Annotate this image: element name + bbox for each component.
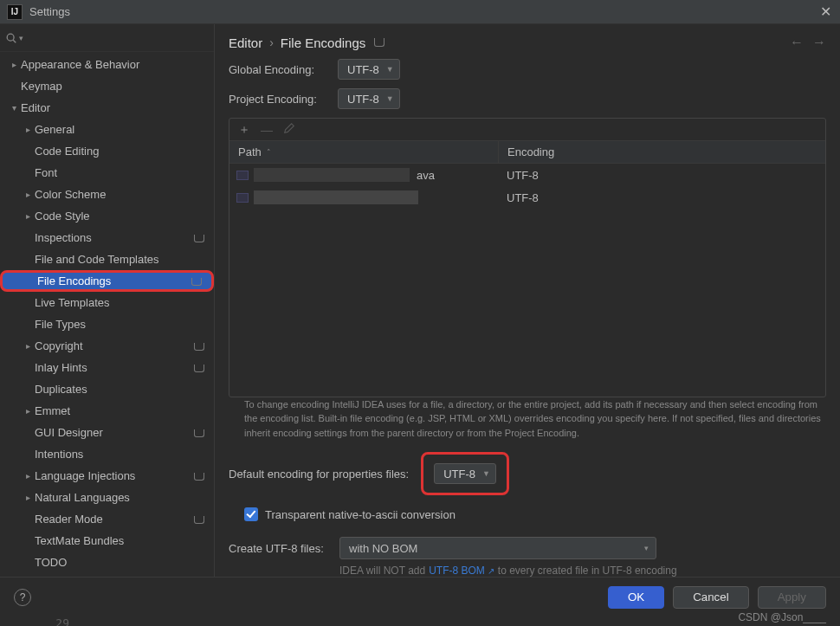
global-encoding-label: Global Encoding: — [229, 63, 338, 76]
chevron-down-icon: ▼ — [386, 94, 394, 103]
sidebar-item-natural-languages[interactable]: ▸Natural Languages — [0, 487, 214, 508]
help-icon[interactable]: ? — [14, 589, 31, 606]
sidebar-item-label: Code Editing — [35, 145, 205, 158]
sidebar-item-label: TODO — [35, 556, 205, 569]
encoding-hint-text: To change encoding IntelliJ IDEA uses fo… — [229, 397, 826, 441]
sidebar-item-label: Intentions — [35, 448, 205, 461]
svg-line-1 — [13, 40, 16, 42]
watermark-text: CSDN @Json____ — [738, 611, 826, 623]
sidebar-item-label: Inspections — [35, 231, 193, 244]
sidebar-item-intentions[interactable]: ▸Intentions — [0, 443, 214, 465]
chevron-down-icon: ▼ — [386, 65, 394, 74]
sidebar-item-label: TextMate Bundles — [35, 534, 205, 547]
table-row[interactable]: UTF-8 — [229, 186, 825, 209]
global-encoding-combo[interactable]: UTF-8 ▼ — [338, 59, 400, 80]
bom-combo[interactable]: with NO BOM ▾ — [339, 537, 656, 559]
global-encoding-value: UTF-8 — [347, 63, 379, 76]
sidebar-item-inlay-hints[interactable]: ▸Inlay Hints — [0, 357, 214, 378]
transparent-ascii-row[interactable]: Transparent native-to-ascii conversion — [229, 507, 826, 521]
sidebar-item-label: File Types — [35, 318, 205, 331]
sidebar-item-code-editing[interactable]: ▸Code Editing — [0, 140, 214, 162]
sidebar-item-label: General — [35, 123, 205, 136]
add-button[interactable]: ＋ — [238, 122, 250, 138]
sidebar-item-copyright[interactable]: ▸Copyright — [0, 335, 214, 357]
chevron-right-icon: ▸ — [7, 60, 21, 69]
sidebar-item-live-templates[interactable]: ▸Live Templates — [0, 292, 214, 313]
sidebar-item-editor[interactable]: ▾Editor — [0, 97, 214, 119]
sidebar-item-file-types[interactable]: ▸File Types — [0, 313, 214, 335]
sidebar-item-todo[interactable]: ▸TODO — [0, 552, 214, 573]
settings-tree: ▸Appearance & Behavior▸Keymap▾Editor▸Gen… — [0, 52, 214, 577]
restart-required-icon — [374, 38, 384, 47]
transparent-ascii-label: Transparent native-to-ascii conversion — [265, 508, 456, 521]
folder-icon — [236, 171, 249, 180]
sidebar-item-label: Natural Languages — [35, 491, 205, 504]
sidebar-item-textmate-bundles[interactable]: ▸TextMate Bundles — [0, 530, 214, 552]
sidebar-item-font[interactable]: ▸Font — [0, 162, 214, 184]
sidebar-item-label: File Encodings — [37, 274, 191, 287]
table-row[interactable]: avaUTF-8 — [229, 164, 825, 186]
chevron-down-icon: ▾ — [644, 544, 649, 552]
properties-encoding-row: Default encoding for properties files: U… — [229, 452, 826, 495]
checkbox-checked-icon[interactable] — [244, 507, 258, 521]
global-encoding-row: Global Encoding: UTF-8 ▼ — [229, 59, 826, 80]
chevron-right-icon: ▸ — [21, 471, 35, 481]
restart-required-icon — [193, 513, 205, 526]
sidebar-item-language-injections[interactable]: ▸Language Injections — [0, 465, 214, 487]
sidebar-item-label: Reader Mode — [35, 513, 193, 526]
project-encoding-combo[interactable]: UTF-8 ▼ — [338, 88, 400, 109]
settings-search[interactable]: ▾ — [0, 24, 214, 52]
sidebar-item-code-style[interactable]: ▸Code Style — [0, 205, 214, 227]
folder-icon — [236, 193, 249, 203]
sidebar-item-label: File and Code Templates — [35, 253, 205, 266]
sidebar-item-gui-designer[interactable]: ▸GUI Designer — [0, 422, 214, 443]
chevron-down-icon: ▾ — [19, 34, 23, 42]
utf8-bom-link[interactable]: UTF-8 BOM ↗ — [429, 565, 494, 577]
encoding-overrides-table: ＋ — Path ˄ Encoding avaUTF-8UTF-8 — [229, 118, 826, 397]
window-title: Settings — [29, 5, 70, 18]
ok-button[interactable]: OK — [608, 586, 664, 609]
sidebar-item-general[interactable]: ▸General — [0, 119, 214, 140]
properties-encoding-combo[interactable]: UTF-8 ▼ — [434, 463, 496, 484]
sidebar-item-label: Code Style — [35, 210, 205, 223]
edit-icon[interactable] — [283, 122, 295, 137]
search-input[interactable] — [25, 31, 207, 44]
breadcrumb-parent[interactable]: Editor — [229, 35, 262, 50]
forward-icon[interactable]: → — [812, 35, 826, 50]
bom-label: Create UTF-8 files: — [229, 542, 331, 555]
restart-required-icon — [193, 362, 205, 374]
sidebar-item-appearance-behavior[interactable]: ▸Appearance & Behavior — [0, 54, 214, 75]
chevron-right-icon: ▸ — [21, 125, 35, 134]
sidebar-item-duplicates[interactable]: ▸Duplicates — [0, 378, 214, 400]
cell-encoding[interactable]: UTF-8 — [498, 169, 825, 182]
restart-required-icon — [193, 470, 205, 482]
redacted-path — [254, 190, 418, 204]
col-header-path[interactable]: Path ˄ — [229, 145, 498, 158]
cell-encoding[interactable]: UTF-8 — [498, 191, 825, 204]
sidebar-item-keymap[interactable]: ▸Keymap — [0, 75, 214, 97]
back-icon[interactable]: ← — [790, 35, 804, 50]
project-encoding-value: UTF-8 — [347, 93, 379, 106]
sidebar-item-label: Duplicates — [35, 383, 205, 396]
bom-row: Create UTF-8 files: with NO BOM ▾ — [229, 537, 826, 559]
sidebar-item-emmet[interactable]: ▸Emmet — [0, 400, 214, 422]
close-icon[interactable]: ✕ — [820, 3, 831, 20]
col-header-encoding[interactable]: Encoding — [498, 141, 825, 163]
chevron-right-icon: ▸ — [21, 406, 35, 416]
restart-required-icon — [193, 232, 205, 244]
apply-button[interactable]: Apply — [758, 586, 826, 609]
sidebar-item-file-encodings[interactable]: ▸File Encodings — [0, 270, 214, 292]
remove-button[interactable]: — — [261, 123, 273, 137]
restart-required-icon — [193, 340, 205, 352]
chevron-right-icon: › — [269, 35, 274, 49]
sidebar-item-inspections[interactable]: ▸Inspections — [0, 227, 214, 248]
cancel-button[interactable]: Cancel — [673, 586, 749, 609]
svg-point-0 — [7, 34, 14, 41]
sidebar-item-reader-mode[interactable]: ▸Reader Mode — [0, 508, 214, 530]
sidebar-item-color-scheme[interactable]: ▸Color Scheme — [0, 184, 214, 205]
redacted-path — [254, 168, 410, 182]
search-icon — [5, 32, 17, 44]
sidebar-item-file-and-code-templates[interactable]: ▸File and Code Templates — [0, 248, 214, 270]
properties-encoding-value: UTF-8 — [443, 468, 475, 481]
sidebar-item-label: Live Templates — [35, 296, 205, 309]
